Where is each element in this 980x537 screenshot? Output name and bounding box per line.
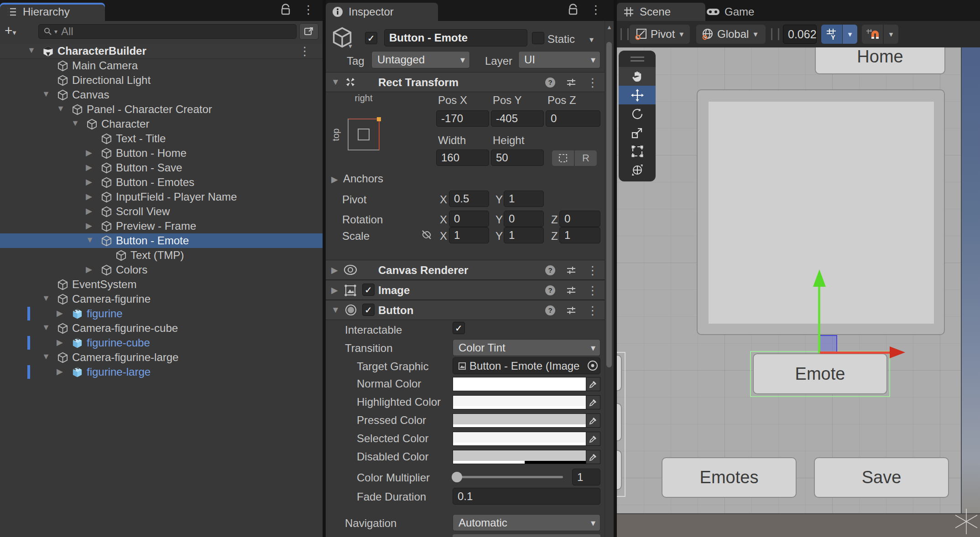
move-tool-button[interactable] — [619, 86, 656, 104]
scale-y-field[interactable]: 1 — [504, 227, 544, 243]
hierarchy-item-preview-frame[interactable]: ▶Preview - Frame — [0, 219, 323, 233]
selected-color-swatch[interactable] — [453, 432, 600, 446]
tag-dropdown[interactable]: Untagged▾ — [371, 51, 470, 68]
hierarchy-item-text-title[interactable]: Text - Title — [0, 131, 323, 146]
gameobject-icon-caret[interactable]: ▾ — [349, 42, 352, 50]
help-icon[interactable]: ? — [545, 285, 556, 296]
foldout-collapsed-icon[interactable]: ▶ — [86, 177, 92, 187]
hierarchy-item-panel-character-creator[interactable]: ▼Panel - Character Creator — [0, 102, 323, 117]
foldout-collapsed-icon[interactable]: ▶ — [86, 162, 92, 172]
button-header[interactable]: ▼ ✓ Button ? ⋮ — [326, 300, 605, 320]
hierarchy-item-main-camera[interactable]: Main Camera — [0, 58, 323, 73]
hierarchy-item-button-emote[interactable]: ▼Button - Emote — [0, 233, 323, 248]
hierarchy-item-button-home[interactable]: ▶Button - Home — [0, 146, 323, 160]
eyedropper-icon[interactable] — [586, 396, 600, 409]
pos-z-field[interactable]: 0 — [546, 110, 600, 127]
visualize-button-partial[interactable] — [453, 534, 600, 537]
grid-size-field[interactable]: 0.062 — [783, 25, 817, 44]
foldout-collapsed-icon[interactable]: ▶ — [86, 206, 92, 216]
eyedropper-icon[interactable] — [586, 450, 600, 464]
color-multiplier-slider[interactable] — [455, 476, 563, 478]
ui-list-button[interactable] — [617, 450, 622, 490]
foldout-expanded-icon[interactable]: ▼ — [42, 294, 50, 303]
hierarchy-item-character[interactable]: ▼Character — [0, 117, 323, 131]
transform-tool-button[interactable] — [619, 160, 656, 179]
scene-viewport[interactable]: Home Emote Emotes Save — [617, 47, 980, 537]
foldout-expanded-icon[interactable]: ▼ — [42, 352, 50, 361]
hierarchy-item-canvas[interactable]: ▼Canvas — [0, 88, 323, 102]
snap-magnet-caret[interactable]: ▾ — [883, 25, 898, 44]
ui-home-button[interactable]: Home — [815, 47, 945, 74]
hand-tool-button[interactable] — [619, 67, 656, 86]
raw-edit-mode-button[interactable]: R — [574, 150, 597, 166]
hierarchy-item-figurine[interactable]: ▶figurine — [0, 306, 323, 321]
rect-tool-button[interactable] — [619, 142, 656, 160]
scale-x-field[interactable]: 1 — [449, 227, 489, 243]
active-checkbox[interactable]: ✓ — [365, 32, 377, 44]
foldout-collapsed-icon[interactable]: ▶ — [57, 337, 63, 347]
scrollbar-thumb[interactable] — [606, 42, 612, 367]
tab-inspector[interactable]: Inspector — [326, 3, 438, 21]
gizmo-y-axis[interactable] — [818, 286, 820, 353]
hierarchy-item-scroll-view[interactable]: ▶Scroll View — [0, 204, 323, 219]
canvas-renderer-header[interactable]: ▶ Canvas Renderer ? ⋮ — [326, 260, 605, 280]
target-graphic-field[interactable]: Button - Emote (Image — [453, 357, 600, 374]
navigation-dropdown[interactable]: Automatic▾ — [453, 514, 600, 531]
tab-game[interactable]: Game — [706, 3, 754, 21]
foldout-expanded-icon[interactable]: ▼ — [86, 235, 94, 245]
normal-color-swatch[interactable] — [453, 377, 600, 391]
pivot-mode-button[interactable]: Pivot ▾ — [630, 25, 690, 44]
hierarchy-item-camera-figurine-large[interactable]: ▼Camera-figurine-large — [0, 350, 323, 365]
hierarchy-item-figurine-large[interactable]: ▶figurine-large — [0, 365, 323, 379]
rotation-z-field[interactable]: 0 — [559, 211, 600, 227]
foldout-expanded-icon[interactable]: ▼ — [57, 104, 65, 114]
hierarchy-item-eventsystem[interactable]: EventSystem — [0, 277, 323, 292]
slider-thumb[interactable] — [452, 472, 462, 482]
help-icon[interactable]: ? — [545, 265, 556, 276]
transition-dropdown[interactable]: Color Tint▾ — [453, 339, 600, 356]
hierarchy-item-button-save[interactable]: ▶Button - Save — [0, 160, 323, 175]
inspector-menu-icon[interactable]: ⋮ — [590, 4, 602, 15]
hierarchy-item-text-tmp[interactable]: Text (TMP) — [0, 248, 323, 263]
foldout-collapsed-icon[interactable]: ▶ — [57, 367, 63, 377]
component-menu-icon[interactable]: ⋮ — [587, 284, 599, 296]
pos-y-field[interactable]: -405 — [491, 110, 544, 127]
unlink-scale-icon[interactable] — [421, 229, 433, 241]
anchors-foldout[interactable]: Anchors — [343, 172, 383, 185]
unlock-icon[interactable] — [568, 4, 578, 15]
gizmo-x-axis[interactable] — [820, 351, 891, 354]
static-caret[interactable]: ▾ — [589, 35, 594, 45]
hierarchy-item-colors[interactable]: ▶Colors — [0, 263, 323, 277]
toolbar-grip[interactable] — [620, 28, 629, 40]
ui-list-button[interactable] — [617, 355, 622, 391]
eyedropper-icon[interactable] — [586, 432, 600, 445]
anchor-preset-widget[interactable] — [348, 119, 380, 150]
fade-duration-field[interactable]: 0.1 — [453, 488, 600, 505]
rotation-x-field[interactable]: 0 — [449, 211, 489, 227]
component-menu-icon[interactable]: ⋮ — [587, 305, 599, 316]
pivot-x-field[interactable]: 0.5 — [449, 191, 489, 207]
component-menu-icon[interactable]: ⋮ — [587, 264, 599, 276]
highlighted-color-swatch[interactable] — [453, 395, 600, 409]
gizmo-y-arrowhead[interactable] — [813, 269, 826, 287]
presets-icon[interactable] — [566, 77, 577, 88]
toolbar-grip[interactable] — [771, 28, 779, 40]
help-icon[interactable]: ? — [545, 77, 556, 88]
snap-magnet-button[interactable] — [862, 25, 883, 44]
scale-z-field[interactable]: 1 — [559, 227, 600, 243]
foldout-collapsed-icon[interactable]: ▶ — [57, 308, 63, 318]
layer-dropdown[interactable]: UI▾ — [518, 51, 600, 68]
foldout-expanded-icon[interactable]: ▼ — [27, 46, 36, 55]
button-enabled-checkbox[interactable]: ✓ — [362, 304, 375, 316]
foldout-collapsed-icon[interactable]: ▶ — [86, 221, 92, 231]
rotation-y-field[interactable]: 0 — [504, 211, 544, 227]
grid-snap-caret[interactable]: ▾ — [843, 25, 857, 44]
hierarchy-item-directional-light[interactable]: Directional Light — [0, 73, 323, 88]
ui-emote-button[interactable]: Emote — [753, 353, 887, 394]
presets-icon[interactable] — [566, 265, 577, 276]
hierarchy-item-button-emotes[interactable]: ▶Button - Emotes — [0, 175, 323, 190]
color-multiplier-field[interactable]: 1 — [572, 469, 600, 485]
static-checkbox[interactable] — [532, 32, 544, 44]
scene-menu-icon[interactable]: ⋮ — [299, 45, 311, 57]
object-picker-icon[interactable] — [586, 359, 599, 372]
